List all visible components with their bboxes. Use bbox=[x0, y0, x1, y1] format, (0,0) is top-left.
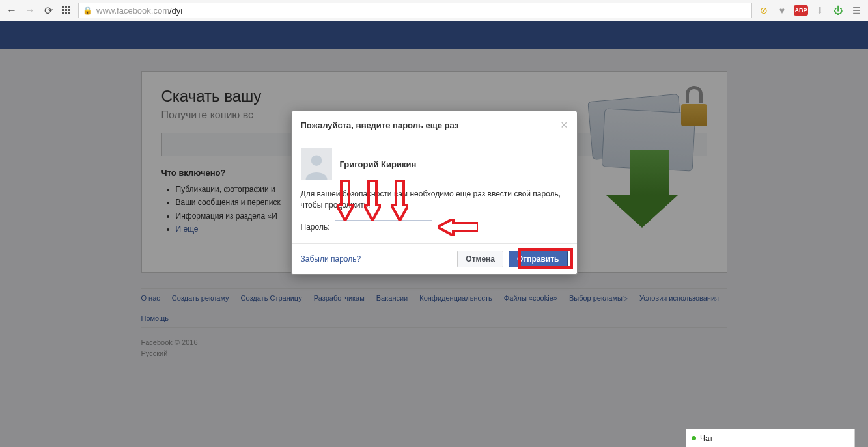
password-input[interactable] bbox=[335, 220, 432, 234]
modal-description: Для вашей безопасности вам необходимо ещ… bbox=[301, 189, 568, 211]
password-label: Пароль: bbox=[301, 223, 330, 232]
back-button[interactable]: ← bbox=[5, 4, 18, 17]
url-text: www.facebook.com/dyi bbox=[96, 6, 182, 16]
modal-title: Пожалуйста, введите пароль еще раз bbox=[301, 120, 459, 130]
svg-point-11 bbox=[311, 155, 322, 166]
cancel-button[interactable]: Отмена bbox=[457, 251, 503, 267]
block-icon[interactable]: ⊘ bbox=[757, 4, 770, 17]
svg-rect-0 bbox=[62, 6, 64, 8]
abp-icon[interactable]: ABP bbox=[794, 5, 808, 16]
extension-icons: ⊘ ♥ ABP ⬇ ⏻ ☰ bbox=[757, 4, 863, 17]
forward-button[interactable]: → bbox=[23, 4, 36, 17]
svg-rect-6 bbox=[62, 12, 64, 14]
avatar bbox=[301, 148, 332, 180]
svg-rect-4 bbox=[65, 9, 67, 11]
svg-rect-7 bbox=[65, 12, 67, 14]
modal-username: Григорий Кирикин bbox=[340, 159, 417, 169]
lock-icon: 🔒 bbox=[83, 6, 92, 15]
modal-body: Григорий Кирикин Для вашей безопасности … bbox=[292, 139, 577, 243]
svg-rect-2 bbox=[68, 6, 70, 8]
online-dot-icon bbox=[692, 436, 696, 440]
chat-label: Чат bbox=[700, 434, 713, 443]
url-bar[interactable]: 🔒 www.facebook.com/dyi bbox=[78, 3, 752, 18]
download-icon[interactable]: ⬇ bbox=[813, 4, 826, 17]
modal-header: Пожалуйста, введите пароль еще раз × bbox=[292, 111, 577, 139]
modal-buttons: Отмена Отправить bbox=[457, 251, 567, 267]
svg-rect-1 bbox=[65, 6, 67, 8]
svg-rect-8 bbox=[68, 12, 70, 14]
password-field-row: Пароль: bbox=[301, 220, 568, 234]
password-modal: Пожалуйста, введите пароль еще раз × Гри… bbox=[291, 111, 578, 275]
menu-icon[interactable]: ☰ bbox=[850, 4, 863, 17]
modal-footer: Забыли пароль? Отмена Отправить bbox=[292, 243, 577, 274]
svg-rect-3 bbox=[62, 9, 64, 11]
heart-icon[interactable]: ♥ bbox=[776, 4, 789, 17]
modal-user-row: Григорий Кирикин bbox=[301, 148, 568, 180]
chat-bar[interactable]: Чат bbox=[686, 429, 855, 447]
power-icon[interactable]: ⏻ bbox=[832, 4, 845, 17]
svg-rect-5 bbox=[68, 9, 70, 11]
submit-button[interactable]: Отправить bbox=[509, 251, 567, 267]
close-button[interactable]: × bbox=[561, 119, 568, 131]
apps-button[interactable] bbox=[60, 4, 73, 17]
browser-toolbar: ← → ⟳ 🔒 www.facebook.com/dyi ⊘ ♥ ABP ⬇ ⏻… bbox=[0, 0, 868, 21]
forgot-password-link[interactable]: Забыли пароль? bbox=[301, 254, 361, 264]
reload-button[interactable]: ⟳ bbox=[42, 4, 55, 17]
